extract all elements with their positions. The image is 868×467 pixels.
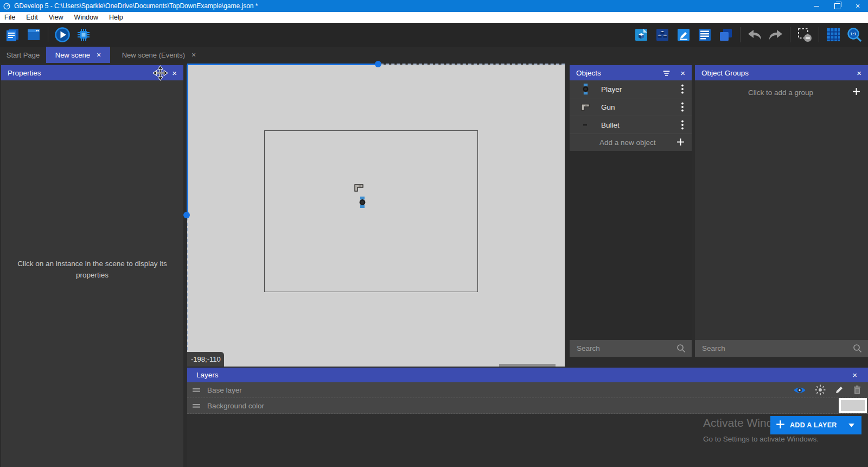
groups-search-input[interactable] [701, 344, 853, 353]
tab-close-icon[interactable]: × [97, 51, 101, 59]
panel-title: Objects [576, 69, 601, 77]
layer-effects-icon[interactable] [815, 384, 826, 395]
menu-window[interactable]: Window [69, 12, 104, 23]
close-panel-icon[interactable]: × [172, 69, 177, 77]
tab-new-scene[interactable]: New scene × [46, 47, 110, 63]
layer-row-base-layer[interactable]: Base layer [187, 382, 868, 398]
drag-handle-icon[interactable] [192, 403, 201, 408]
close-panel-icon[interactable]: × [857, 69, 861, 77]
toolbar-separator [819, 27, 819, 42]
properties-empty-message: Click on an instance in the scene to dis… [1, 258, 183, 281]
project-manager-button[interactable] [4, 27, 21, 43]
layer-actions [793, 384, 861, 395]
zoom-1-1-icon: 1:1 [847, 27, 862, 42]
coordinates-value: -198;-110 [191, 355, 221, 363]
panel-title: Properties [8, 69, 41, 77]
player-object-icon [570, 83, 601, 95]
minimize-icon [814, 6, 819, 7]
add-a-layer-label: ADD A LAYER [790, 421, 837, 429]
layer-name: Base layer [207, 386, 242, 394]
debug-button[interactable] [75, 27, 92, 43]
delete-layer-trash-icon[interactable] [853, 385, 861, 395]
object-menu-icon[interactable] [673, 102, 692, 112]
redo-button[interactable] [768, 27, 784, 43]
menu-view[interactable]: View [43, 12, 69, 23]
project-manager-icon [5, 27, 20, 42]
bullet-object-icon [570, 124, 601, 126]
object-row-gun[interactable]: Gun [570, 98, 692, 116]
objects-search-input[interactable] [576, 344, 676, 353]
panel-title: Layers [196, 371, 219, 379]
play-icon [54, 27, 71, 43]
groups-search-bar [695, 340, 868, 357]
scene-canvas[interactable]: -198;-110 [187, 65, 565, 367]
tab-close-icon[interactable]: × [192, 51, 196, 59]
object-groups-panel: Object Groups × Click to add a group [695, 65, 868, 357]
tab-label: New scene [55, 51, 90, 59]
undo-button[interactable] [746, 27, 763, 43]
open-layers-editor-button[interactable] [718, 27, 734, 43]
redo-icon [768, 27, 783, 42]
object-menu-icon[interactable] [673, 84, 692, 94]
activate-windows-watermark-subtext: Go to Settings to activate Windows. [703, 435, 819, 443]
gdevelop-window: GDevelop 5 - C:\Users\Sparkle\OneDrive\D… [0, 0, 868, 467]
menu-help[interactable]: Help [104, 12, 129, 23]
search-icon [853, 344, 862, 353]
instances-list-icon [697, 27, 712, 42]
plus-icon [852, 87, 860, 97]
object-menu-icon[interactable] [673, 120, 692, 130]
add-new-object-button[interactable]: Add a new object [570, 134, 692, 151]
edit-layer-pencil-icon[interactable] [834, 385, 844, 395]
open-object-groups-editor-button[interactable] [654, 27, 671, 43]
layer-row-background-color[interactable]: Background color [187, 398, 868, 414]
resize-handle-top[interactable] [375, 61, 381, 67]
object-name: Bullet [601, 121, 673, 129]
object-groups-panel-header: Object Groups × [695, 65, 868, 80]
add-layer-dropdown[interactable] [841, 424, 861, 427]
open-properties-button[interactable] [675, 27, 692, 43]
menu-file[interactable]: File [2, 12, 21, 23]
horizontal-scrollbar[interactable] [499, 364, 556, 367]
search-icon [676, 344, 686, 353]
tab-new-scene-events[interactable]: New scene (Events) × [113, 47, 205, 63]
toggle-grid-button[interactable] [825, 27, 841, 43]
object-name: Player [601, 85, 673, 93]
object-row-player[interactable]: Player [570, 80, 692, 98]
objects-search-bar [570, 340, 692, 357]
close-panel-icon[interactable]: × [680, 69, 685, 77]
close-button[interactable]: × [847, 0, 868, 12]
objects-panel-header: Objects × [570, 65, 692, 80]
open-instances-list-button[interactable] [697, 27, 713, 43]
deselect-instances-button[interactable] [796, 27, 813, 43]
play-preview-button[interactable] [54, 27, 71, 43]
restore-button[interactable] [827, 0, 847, 12]
undo-icon [747, 27, 762, 42]
filter-icon[interactable] [662, 69, 671, 77]
zoom-1-1-button[interactable]: 1:1 [846, 27, 863, 43]
add-group-button[interactable]: Click to add a group [695, 80, 868, 104]
minimize-button[interactable] [806, 0, 827, 12]
add-a-layer-button[interactable]: ADD A LAYER [770, 416, 861, 434]
tab-start-page[interactable]: Start Page [0, 47, 46, 63]
close-icon: × [856, 2, 860, 10]
object-groups-editor-icon [655, 27, 670, 42]
menu-edit[interactable]: Edit [21, 12, 43, 23]
game-window-left-border-dashed [187, 217, 188, 367]
editor-content: Properties × Click on an instance in the… [0, 63, 868, 467]
game-window-top-border [187, 64, 378, 65]
gdevelop-logo-icon [3, 2, 11, 10]
gun-object-icon [570, 103, 601, 111]
window-controls: × [806, 0, 868, 12]
object-row-bullet[interactable]: Bullet [570, 116, 692, 134]
panel-title: Object Groups [701, 69, 749, 77]
tab-label: Start Page [7, 51, 40, 59]
close-panel-icon[interactable]: × [852, 371, 857, 379]
drag-handle-icon[interactable] [192, 388, 201, 393]
open-objects-editor-button[interactable] [633, 27, 649, 43]
player-instance[interactable] [359, 197, 366, 208]
visibility-eye-icon[interactable] [793, 386, 806, 395]
resize-handle-left[interactable] [183, 212, 190, 218]
background-color-swatch[interactable] [839, 398, 867, 413]
start-page-button[interactable] [25, 27, 42, 43]
gun-instance[interactable] [354, 184, 364, 192]
